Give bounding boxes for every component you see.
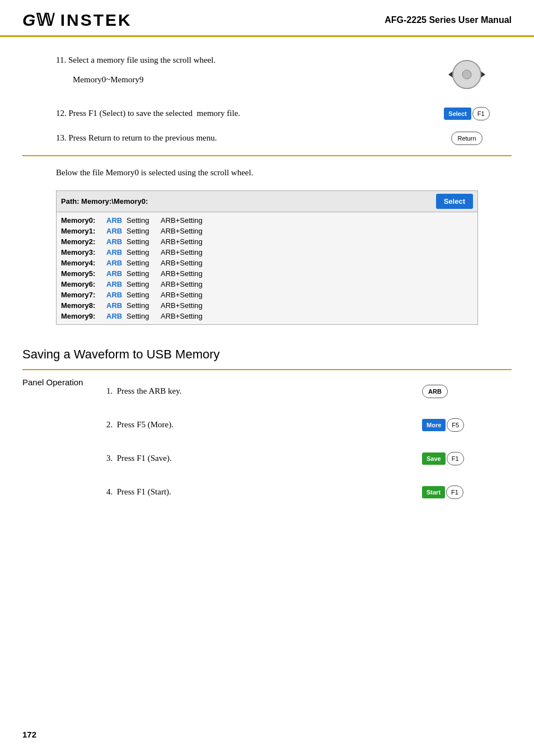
section-divider bbox=[22, 155, 512, 156]
more-button[interactable]: More bbox=[422, 419, 446, 431]
memory-row-2-arbsetting: ARB+Setting bbox=[161, 237, 203, 246]
memory-path: Path: Memory:\Memory0: bbox=[61, 197, 148, 206]
memory-row-1-arb: ARB bbox=[106, 227, 123, 235]
memory-row-4: Memory4: ARB Setting ARB+Setting bbox=[61, 258, 473, 268]
memory-row-9-name: Memory9: bbox=[61, 312, 103, 320]
panel-operation-label: Panel Operation bbox=[22, 375, 106, 509]
memory-intro-text: Below the file Memory0 is selected using… bbox=[22, 161, 512, 185]
memory-row-7: Memory7: ARB Setting ARB+Setting bbox=[61, 290, 473, 300]
company-logo: G𝕎 INSTEK bbox=[22, 10, 132, 30]
memory-row-8-arbsetting: ARB+Setting bbox=[161, 301, 203, 310]
memory-row-5-arbsetting: ARB+Setting bbox=[161, 269, 203, 278]
memory-row-3: Memory3: ARB Setting ARB+Setting bbox=[61, 247, 473, 258]
usb-step-4-text: 4. Press F1 (Start). bbox=[106, 487, 422, 497]
memory-row-7-setting: Setting bbox=[127, 291, 157, 299]
step-12-text: 12. Press F1 (Select) to save the select… bbox=[22, 107, 422, 120]
arb-button[interactable]: ARB bbox=[422, 385, 448, 398]
panel-steps: 1. Press the ARB key. ARB 2. Press F5 (M… bbox=[106, 375, 512, 509]
memory-row-9-arb: ARB bbox=[106, 312, 123, 320]
usb-section-heading: Saving a Waveform to USB Memory bbox=[22, 333, 512, 365]
memory-row-9: Memory9: ARB Setting ARB+Setting bbox=[61, 311, 473, 321]
usb-step-2: 2. Press F5 (More). More F5 bbox=[106, 408, 512, 442]
memory-table-header: Path: Memory:\Memory0: Select bbox=[57, 191, 477, 212]
memory-row-8: Memory8: ARB Setting ARB+Setting bbox=[61, 300, 473, 311]
steps-section: 11. Select a memory file using the scrol… bbox=[22, 48, 512, 151]
memory-row-4-arbsetting: ARB+Setting bbox=[161, 259, 203, 267]
memory-table: Path: Memory:\Memory0: Select Memory0: A… bbox=[56, 190, 478, 325]
memory-row-3-arb: ARB bbox=[106, 248, 123, 256]
memory-row-3-name: Memory3: bbox=[61, 248, 103, 256]
step-13: 13. Press Return to return to the previo… bbox=[22, 126, 512, 151]
usb-step-4: 4. Press F1 (Start). Start F1 bbox=[106, 475, 512, 509]
usb-step-2-text: 2. Press F5 (More). bbox=[106, 420, 422, 430]
usb-step-3: 3. Press F1 (Save). Save F1 bbox=[106, 442, 512, 475]
usb-step-1-icon: ARB bbox=[422, 385, 512, 398]
step-13-icon: Return bbox=[422, 132, 512, 145]
memory-row-4-setting: Setting bbox=[127, 259, 157, 267]
memory-row-6: Memory6: ARB Setting ARB+Setting bbox=[61, 279, 473, 290]
memory-row-2: Memory2: ARB Setting ARB+Setting bbox=[61, 236, 473, 247]
memory-row-8-setting: Setting bbox=[127, 301, 157, 310]
memory-row-1: Memory1: ARB Setting ARB+Setting bbox=[61, 226, 473, 236]
step-13-text: 13. Press Return to return to the previo… bbox=[22, 132, 422, 144]
memory-row-7-name: Memory7: bbox=[61, 291, 103, 299]
memory-row-9-arbsetting: ARB+Setting bbox=[161, 312, 203, 320]
memory-row-6-arb: ARB bbox=[106, 280, 123, 288]
memory-row-3-arbsetting: ARB+Setting bbox=[161, 248, 203, 256]
select-button[interactable]: Select bbox=[444, 108, 471, 120]
f5-key: F5 bbox=[447, 418, 464, 432]
memory-row-5-name: Memory5: bbox=[61, 269, 103, 278]
memory-row-1-setting: Setting bbox=[127, 227, 157, 235]
memory-row-0-arb: ARB bbox=[106, 216, 123, 225]
memory-row-5-setting: Setting bbox=[127, 269, 157, 278]
memory-row-0: Memory0: ARB Setting ARB+Setting bbox=[61, 215, 473, 226]
memory-row-7-arb: ARB bbox=[106, 291, 123, 299]
step-11: 11. Select a memory file using the scrol… bbox=[22, 48, 512, 101]
manual-title: AFG-2225 Series User Manual bbox=[385, 15, 512, 25]
memory-row-1-arbsetting: ARB+Setting bbox=[161, 227, 203, 235]
memory-row-0-setting: Setting bbox=[127, 216, 157, 225]
memory-row-9-setting: Setting bbox=[127, 312, 157, 320]
memory-row-2-arb: ARB bbox=[106, 237, 123, 246]
scroll-wheel-icon bbox=[422, 54, 512, 96]
page-number: 172 bbox=[22, 730, 36, 739]
return-button[interactable]: Return bbox=[451, 132, 482, 145]
f1-key: F1 bbox=[472, 107, 490, 120]
memory-row-4-name: Memory4: bbox=[61, 259, 103, 267]
usb-section-divider bbox=[22, 369, 512, 370]
memory-row-4-arb: ARB bbox=[106, 259, 123, 267]
memory-row-6-name: Memory6: bbox=[61, 280, 103, 288]
memory-row-3-setting: Setting bbox=[127, 248, 157, 256]
memory-row-5: Memory5: ARB Setting ARB+Setting bbox=[61, 268, 473, 279]
usb-step-4-icon: Start F1 bbox=[422, 486, 512, 499]
usb-step-1: 1. Press the ARB key. ARB bbox=[106, 375, 512, 408]
memory-row-5-arb: ARB bbox=[106, 269, 123, 278]
step-12-icon: Select F1 bbox=[422, 107, 512, 120]
step-11-text: 11. Select a memory file using the scrol… bbox=[22, 54, 422, 86]
memory-row-0-name: Memory0: bbox=[61, 216, 103, 225]
start-button[interactable]: Start bbox=[422, 486, 445, 498]
usb-section: Saving a Waveform to USB Memory Panel Op… bbox=[22, 333, 512, 509]
save-button[interactable]: Save bbox=[422, 452, 446, 465]
memory-row-8-arb: ARB bbox=[106, 301, 123, 310]
usb-step-3-text: 3. Press F1 (Save). bbox=[106, 454, 422, 463]
panel-section: Panel Operation 1. Press the ARB key. AR… bbox=[22, 375, 512, 509]
memory-row-1-name: Memory1: bbox=[61, 227, 103, 235]
f1-key-start: F1 bbox=[446, 486, 463, 499]
memory-row-8-name: Memory8: bbox=[61, 301, 103, 310]
memory-row-6-setting: Setting bbox=[127, 280, 157, 288]
page-header: G𝕎 INSTEK AFG-2225 Series User Manual bbox=[0, 0, 534, 37]
svg-point-3 bbox=[462, 70, 471, 79]
memory-row-2-setting: Setting bbox=[127, 237, 157, 246]
f1-key-save: F1 bbox=[447, 452, 464, 465]
memory-select-button[interactable]: Select bbox=[436, 194, 473, 209]
memory-table-body: Memory0: ARB Setting ARB+Setting Memory1… bbox=[57, 212, 477, 324]
step-12: 12. Press F1 (Select) to save the select… bbox=[22, 101, 512, 126]
memory-row-6-arbsetting: ARB+Setting bbox=[161, 280, 203, 288]
memory-section: Below the file Memory0 is selected using… bbox=[22, 161, 512, 325]
memory-row-7-arbsetting: ARB+Setting bbox=[161, 291, 203, 299]
usb-step-2-icon: More F5 bbox=[422, 418, 512, 432]
memory-row-0-arbsetting: ARB+Setting bbox=[161, 216, 203, 225]
usb-step-1-text: 1. Press the ARB key. bbox=[106, 386, 422, 396]
usb-step-3-icon: Save F1 bbox=[422, 452, 512, 465]
